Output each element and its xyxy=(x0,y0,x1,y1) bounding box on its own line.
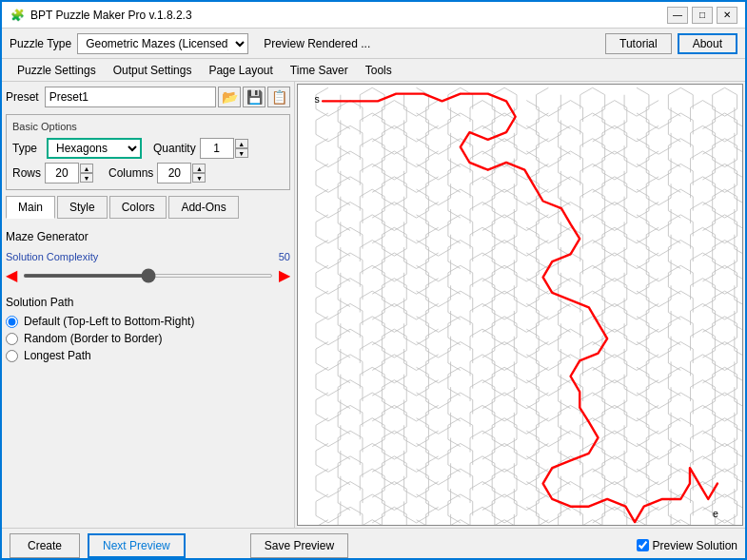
save-preview-button[interactable]: Save Preview xyxy=(250,533,348,558)
preset-folder-button[interactable]: 📂 xyxy=(218,87,241,107)
menu-time-saver[interactable]: Time Saver xyxy=(283,60,356,81)
solution-random-radio[interactable] xyxy=(6,333,18,345)
maze-generator-section: Maze Generator Solution Complexity 50 ◀ … xyxy=(6,226,290,370)
slider-right-arrow-icon[interactable]: ▶ xyxy=(279,266,290,284)
quantity-input[interactable] xyxy=(200,138,234,159)
menu-page-layout[interactable]: Page Layout xyxy=(201,60,280,81)
rows-spinner: ▲ ▼ xyxy=(80,164,93,183)
preview-solution-checkbox[interactable] xyxy=(637,539,649,551)
maze-end-label: e xyxy=(713,508,718,519)
svg-line-1662 xyxy=(735,503,742,510)
main-content: Preset 📂 💾 📋 Basic Options Type Hexagons… xyxy=(2,82,745,528)
title-bar: 🧩 BPT Puzzle Maker Pro v.1.8.2.3 — □ ✕ xyxy=(2,2,745,29)
rows-input[interactable] xyxy=(45,163,79,183)
left-panel: Preset 📂 💾 📋 Basic Options Type Hexagons… xyxy=(2,82,295,528)
close-button[interactable]: ✕ xyxy=(717,7,737,24)
type-label: Type xyxy=(12,142,41,155)
tab-main[interactable]: Main xyxy=(6,196,55,219)
bottom-bar: Create Next Preview Save Preview Preview… xyxy=(2,528,745,560)
svg-line-622 xyxy=(735,249,742,257)
puzzle-type-select[interactable]: Geometric Mazes (Licensed) xyxy=(77,33,248,54)
basic-options-title: Basic Options xyxy=(12,121,284,132)
svg-line-1558 xyxy=(735,477,742,485)
complexity-label: Solution Complexity xyxy=(6,251,271,262)
svg-line-206 xyxy=(735,147,742,154)
rows-down-button[interactable]: ▼ xyxy=(80,173,93,183)
tutorial-button[interactable]: Tutorial xyxy=(605,33,672,54)
tab-style[interactable]: Style xyxy=(57,196,108,219)
preset-row: Preset 📂 💾 📋 xyxy=(6,86,290,108)
maze-canvas: // This will be rendered by JS below s e xyxy=(298,85,742,525)
about-button[interactable]: About xyxy=(678,33,737,54)
rows-up-button[interactable]: ▲ xyxy=(80,164,93,173)
quantity-label: Quantity xyxy=(153,142,196,155)
preset-saveas-button[interactable]: 📋 xyxy=(267,87,290,107)
next-preview-button[interactable]: Next Preview xyxy=(88,533,186,558)
preset-input[interactable] xyxy=(45,87,216,107)
rows-cols-row: Rows ▲ ▼ Columns ▲ ▼ xyxy=(12,163,284,183)
slider-row: ◀ ▶ xyxy=(6,266,290,284)
preview-solution-label[interactable]: Preview Solution xyxy=(653,539,737,552)
solution-path-label: Solution Path xyxy=(6,296,290,309)
svg-line-310 xyxy=(735,173,742,180)
tab-buttons: Main Style Colors Add-Ons xyxy=(6,196,290,219)
columns-label: Columns xyxy=(108,166,153,180)
tab-addons[interactable]: Add-Ons xyxy=(168,196,238,219)
cols-down-button[interactable]: ▼ xyxy=(192,173,206,183)
toolbar: Puzzle Type Geometric Mazes (Licensed) P… xyxy=(2,29,745,59)
solution-default-radio[interactable] xyxy=(6,316,18,328)
solution-default-label[interactable]: Default (Top-Left to Bottom-Right) xyxy=(24,315,194,328)
svg-line-518 xyxy=(735,223,742,231)
svg-line-1454 xyxy=(735,453,742,460)
quantity-up-button[interactable]: ▲ xyxy=(235,139,248,148)
columns-input[interactable] xyxy=(157,163,191,183)
solution-option-random: Random (Border to Border) xyxy=(6,332,290,345)
solution-longest-radio[interactable] xyxy=(6,350,18,362)
rows-label: Rows xyxy=(12,166,41,180)
svg-line-830 xyxy=(735,299,742,306)
cols-up-button[interactable]: ▲ xyxy=(192,164,206,173)
svg-line-102 xyxy=(735,122,742,128)
menu-output-settings[interactable]: Output Settings xyxy=(106,60,200,81)
maximize-button[interactable]: □ xyxy=(692,7,713,24)
slider-left-arrow-icon[interactable]: ◀ xyxy=(6,266,17,284)
complexity-slider[interactable] xyxy=(23,274,273,278)
menu-tools[interactable]: Tools xyxy=(358,60,400,81)
preset-label: Preset xyxy=(6,90,39,104)
complexity-value: 50 xyxy=(279,251,290,262)
tab-colors[interactable]: Colors xyxy=(109,196,167,219)
preview-solution-checkbox-row: Preview Solution xyxy=(637,539,737,552)
menu-puzzle-settings[interactable]: Puzzle Settings xyxy=(10,60,104,81)
create-button[interactable]: Create xyxy=(10,533,80,558)
maze-preview-panel: // This will be rendered by JS below s e xyxy=(297,84,743,526)
solution-option-longest: Longest Path xyxy=(6,349,290,362)
solution-random-label[interactable]: Random (Border to Border) xyxy=(24,332,162,345)
maze-start-label: s xyxy=(314,93,319,105)
svg-line-1038 xyxy=(735,351,742,357)
solution-option-default: Default (Top-Left to Bottom-Right) xyxy=(6,315,290,328)
cols-spinner: ▲ ▼ xyxy=(192,164,206,183)
window-controls: — □ ✕ xyxy=(667,7,737,24)
type-row: Type Hexagons Squares Triangles Octagons… xyxy=(12,138,284,159)
quantity-spinner: ▲ ▼ xyxy=(235,139,248,158)
basic-options-box: Basic Options Type Hexagons Squares Tria… xyxy=(6,114,290,190)
svg-line-1350 xyxy=(735,427,742,434)
type-select[interactable]: Hexagons Squares Triangles Octagons xyxy=(47,138,142,159)
quantity-down-button[interactable]: ▼ xyxy=(235,148,248,158)
preset-save-button[interactable]: 💾 xyxy=(243,87,265,107)
window-title: BPT Puzzle Maker Pro v.1.8.2.3 xyxy=(30,9,667,22)
puzzle-type-label: Puzzle Type xyxy=(10,37,71,50)
app-icon: 🧩 xyxy=(10,8,25,23)
tab-content: Maze Generator Solution Complexity 50 ◀ … xyxy=(6,226,290,524)
svg-line-726 xyxy=(735,274,742,281)
maze-generator-title: Maze Generator xyxy=(6,230,290,243)
svg-line-1142 xyxy=(735,376,742,382)
svg-line-414 xyxy=(735,198,742,205)
preview-status: Preview Rendered ... xyxy=(264,37,600,50)
solution-longest-label[interactable]: Longest Path xyxy=(24,349,91,362)
svg-line-1246 xyxy=(735,401,742,409)
complexity-row: Solution Complexity 50 xyxy=(6,251,290,262)
minimize-button[interactable]: — xyxy=(667,7,688,24)
svg-line-934 xyxy=(735,325,742,332)
menu-bar: Puzzle Settings Output Settings Page Lay… xyxy=(2,59,745,82)
